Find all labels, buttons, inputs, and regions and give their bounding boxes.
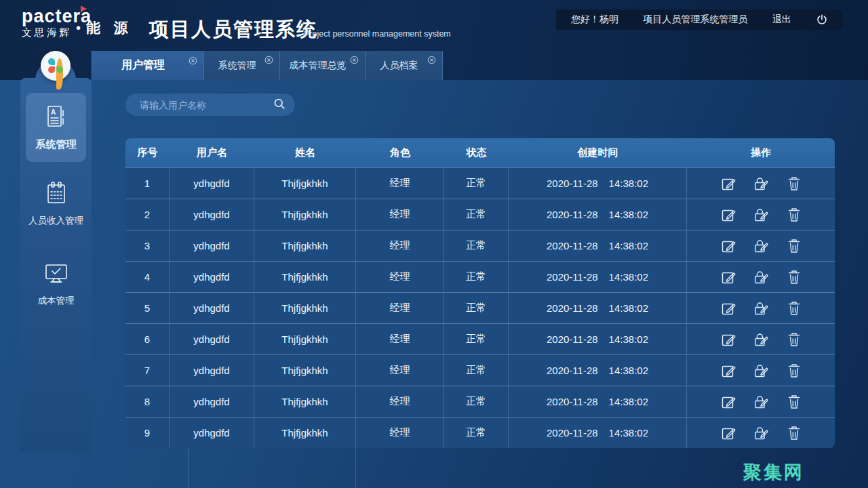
cell-username: ydhgdfd: [170, 168, 254, 199]
cell-username: ydhgdfd: [170, 355, 254, 386]
edit-permission-icon[interactable]: [753, 363, 770, 378]
edit-permission-icon[interactable]: [753, 426, 770, 441]
cell-name: Thjfjgkhkh: [254, 386, 356, 417]
cell-clock: 14:38:02: [609, 333, 648, 345]
edit-icon[interactable]: [721, 363, 736, 378]
tab-1[interactable]: 用户管理: [92, 51, 203, 80]
user-bar: 您好！杨明 项目人员管理系统管理员 退出: [556, 9, 843, 30]
cell-status: 正常: [444, 418, 509, 448]
table-row: 4 ydhgdfd Thjfjgkhkh 经理 正常 2020-11-28 14…: [125, 261, 835, 292]
cell-clock: 14:38:02: [609, 396, 648, 407]
cell-status: 正常: [444, 199, 509, 230]
sidebar-item-label: 系统管理: [36, 138, 77, 151]
table-row: 9 ydhgdfd Thjfjgkhkh 经理 正常 2020-11-28 14…: [125, 417, 835, 448]
power-icon[interactable]: [816, 14, 828, 26]
page-subtitle: Project personnel management system: [304, 29, 451, 39]
clipboard-icon: [45, 181, 67, 208]
cell-actions: [687, 199, 835, 230]
tab-bar: 用户管理 系统管理 成本管理总览 人员档案: [92, 51, 443, 80]
close-icon[interactable]: [189, 56, 197, 64]
delete-icon[interactable]: [787, 363, 801, 378]
cell-username: ydhgdfd: [170, 199, 254, 230]
search-icon[interactable]: [273, 98, 285, 113]
cell-role: 经理: [356, 355, 444, 386]
delete-icon[interactable]: [787, 176, 801, 191]
cell-clock: 14:38:02: [609, 240, 648, 251]
delete-icon[interactable]: [787, 425, 801, 441]
tab-label: 用户管理: [121, 58, 165, 73]
cell-role: 经理: [356, 168, 444, 199]
edit-permission-icon[interactable]: [753, 332, 770, 347]
edit-icon[interactable]: [721, 270, 736, 285]
cell-status: 正常: [444, 386, 509, 417]
cell-status: 正常: [444, 355, 509, 386]
edit-permission-icon[interactable]: [753, 207, 770, 222]
svg-text:A: A: [51, 108, 56, 116]
close-icon[interactable]: [427, 56, 436, 64]
edit-permission-icon[interactable]: [753, 176, 770, 191]
close-icon[interactable]: [350, 56, 359, 64]
edit-icon[interactable]: [721, 176, 736, 191]
edit-permission-icon[interactable]: [753, 301, 770, 316]
cell-created-time: 2020-11-28 14:38:02: [509, 386, 687, 417]
tab-2[interactable]: 系统管理: [203, 51, 279, 80]
user-role: 项目人员管理系统管理员: [643, 14, 747, 26]
cell-seq: 1: [125, 168, 170, 199]
edit-icon[interactable]: [721, 301, 736, 316]
tab-3[interactable]: 成本管理总览: [279, 51, 365, 80]
cell-clock: 14:38:02: [609, 365, 648, 376]
edit-icon[interactable]: [721, 394, 736, 409]
close-icon[interactable]: [264, 56, 273, 64]
search-input[interactable]: [138, 99, 273, 111]
table-row: 5 ydhgdfd Thjfjgkhkh 经理 正常 2020-11-28 14…: [125, 292, 835, 323]
delete-icon[interactable]: [787, 394, 801, 409]
cell-seq: 6: [125, 324, 170, 354]
table-header-cell: 序号: [125, 138, 170, 167]
edit-permission-icon[interactable]: [753, 239, 770, 253]
tab-label: 人员档案: [380, 60, 418, 72]
edit-icon[interactable]: [721, 426, 736, 441]
cell-seq: 7: [125, 355, 170, 386]
logo-divider-dot: •: [76, 20, 81, 36]
delete-icon[interactable]: [787, 207, 801, 222]
brand-energy-label: 能 源: [86, 18, 133, 37]
app-launcher-flower-icon[interactable]: [41, 51, 71, 81]
cell-name: Thjfjgkhkh: [254, 355, 356, 386]
cell-seq: 4: [125, 262, 170, 292]
delete-icon[interactable]: [787, 238, 801, 253]
logout-button[interactable]: 退出: [772, 14, 791, 26]
cell-name: Thjfjgkhkh: [254, 199, 356, 230]
cell-role: 经理: [356, 386, 444, 417]
tab-4[interactable]: 人员档案: [365, 51, 443, 80]
cell-status: 正常: [444, 230, 509, 261]
user-greeting: 您好！杨明: [571, 14, 618, 26]
delete-icon[interactable]: [787, 331, 801, 347]
cell-name: Thjfjgkhkh: [254, 230, 356, 261]
cell-role: 经理: [356, 262, 444, 292]
watermark: 聚集网: [743, 460, 804, 485]
table-row: 3 ydhgdfd Thjfjgkhkh 经理 正常 2020-11-28 14…: [125, 230, 835, 261]
table-row: 6 ydhgdfd Thjfjgkhkh 经理 正常 2020-11-28 14…: [125, 323, 835, 354]
cell-date: 2020-11-28: [547, 271, 598, 283]
cell-created-time: 2020-11-28 14:38:02: [509, 418, 687, 448]
cell-clock: 14:38:02: [609, 178, 648, 189]
cell-actions: [687, 230, 835, 261]
cell-date: 2020-11-28: [547, 365, 598, 376]
table-header-cell: 操作: [687, 138, 835, 167]
table-row: 7 ydhgdfd Thjfjgkhkh 经理 正常 2020-11-28 14…: [125, 354, 835, 386]
cell-actions: [687, 168, 835, 199]
edit-icon[interactable]: [721, 239, 736, 253]
cell-actions: [687, 418, 835, 448]
edit-icon[interactable]: [721, 332, 736, 347]
edit-icon[interactable]: [721, 207, 736, 222]
sidebar-item-1[interactable]: A 系统管理: [26, 93, 86, 162]
cell-seq: 9: [125, 418, 170, 448]
delete-icon[interactable]: [787, 269, 801, 285]
edit-permission-icon[interactable]: [753, 394, 770, 409]
edit-permission-icon[interactable]: [753, 270, 770, 285]
sidebar-item-3[interactable]: 成本管理: [26, 262, 86, 307]
sidebar-item-2[interactable]: 人员收入管理: [26, 181, 86, 227]
tab-label: 成本管理总览: [290, 60, 347, 72]
search-box[interactable]: [125, 94, 295, 116]
delete-icon[interactable]: [787, 300, 801, 316]
